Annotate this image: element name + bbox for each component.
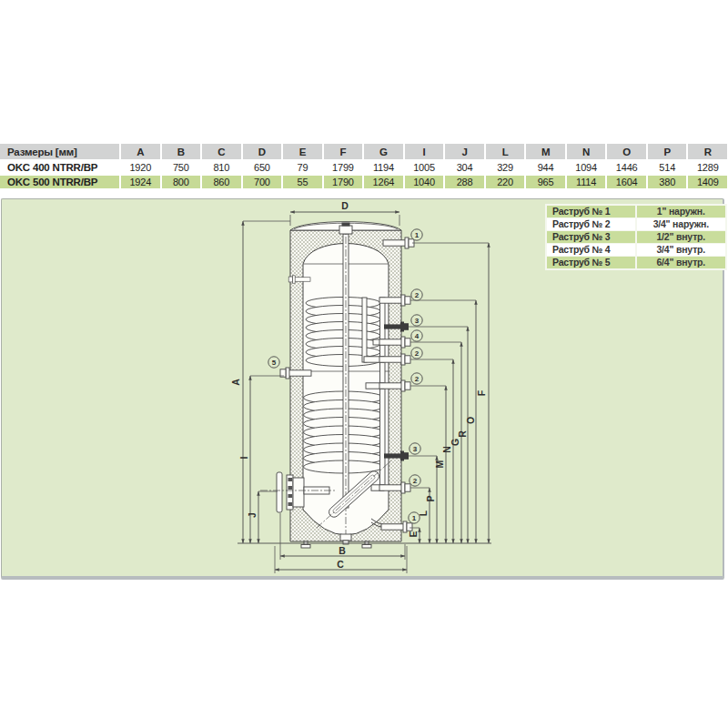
legend-label: Раструб № 4 xyxy=(547,244,635,256)
dim-label-b: B xyxy=(339,545,346,556)
dim-label-n: N xyxy=(441,446,452,453)
dim-label-j: J xyxy=(247,512,258,518)
callout-number: 3 xyxy=(413,445,418,453)
legend-value: 1/2" внутр. xyxy=(637,231,726,243)
legend-value: 6/4" внутр. xyxy=(637,257,726,268)
callout-number: 2 xyxy=(415,349,420,358)
callout-number: 1 xyxy=(415,231,420,239)
bottom-fitting xyxy=(340,534,351,544)
dim-label-e: E xyxy=(408,531,419,537)
callout-number: 5 xyxy=(272,359,277,367)
dim-label-i: I xyxy=(238,456,249,459)
legend-label: Раструб № 3 xyxy=(547,231,635,243)
legend-label: Раструб № 2 xyxy=(547,218,635,230)
legend-label: Раструб № 5 xyxy=(547,257,635,268)
callout-number: 2 xyxy=(415,375,420,383)
socket-legend-table: Раструб № 1 1" наружн. Раструб № 2 3/4" … xyxy=(545,204,727,270)
legend-value: 3/4" внутр. xyxy=(637,244,726,256)
callout-number: 2 xyxy=(413,477,418,485)
dim-label-g: G xyxy=(450,439,460,446)
dim-label-p: P xyxy=(425,495,436,501)
legend-value: 1" наружн. xyxy=(637,206,726,217)
tank-cross-section-drawing: D B C A I J E L P M N G R O F 1 2 3 4 2 … xyxy=(0,0,728,728)
legend-label: Раструб № 1 xyxy=(547,206,635,217)
dim-label-r: R xyxy=(457,430,468,438)
dim-label-a: A xyxy=(230,379,241,386)
callout-number: 3 xyxy=(415,317,420,325)
legend-value: 3/4" наружн. xyxy=(637,218,726,230)
dim-label-f: F xyxy=(476,389,487,396)
dim-label-o: O xyxy=(465,417,476,424)
dim-label-c: C xyxy=(337,559,344,570)
callout-number: 4 xyxy=(415,332,420,340)
callout-number: 2 xyxy=(415,291,420,299)
dim-label-d: D xyxy=(341,200,349,211)
callout-number: 1 xyxy=(412,514,417,522)
dim-label-m: M xyxy=(434,460,445,468)
tank-feet xyxy=(301,541,371,548)
